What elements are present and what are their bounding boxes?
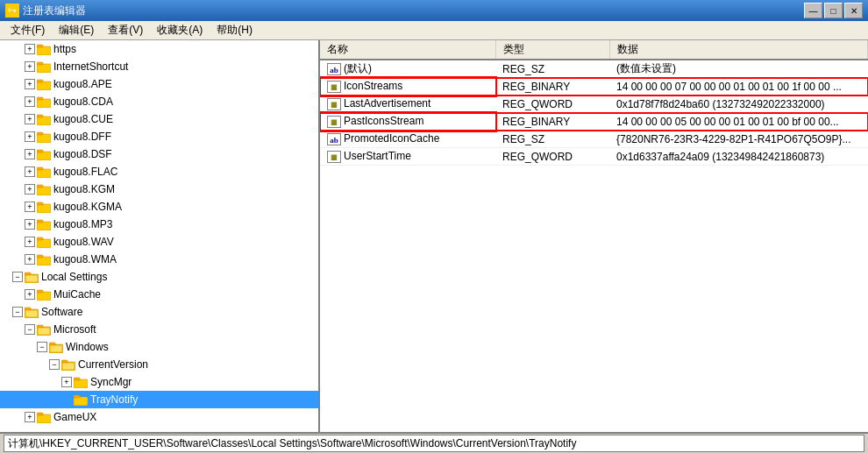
expand-btn-kugou8dff[interactable]: + [25, 131, 35, 142]
menu-item-帮助(H)[interactable]: 帮助(H) [210, 21, 260, 39]
tree-item-gameux[interactable]: + GameUX [0, 408, 318, 426]
expand-btn-localsettings[interactable]: − [12, 272, 23, 282]
tree-item-kugou8kgma[interactable]: + kugou8.KGMA [0, 198, 318, 216]
tree-item-kugou8cda[interactable]: + kugou8.CDA [0, 93, 318, 110]
tree-item-kugou8dff[interactable]: + kugou8.DFF [0, 128, 318, 145]
folder-icon-kugou8dsf [37, 148, 51, 160]
tree-item-traynotify[interactable]: TrayNotify [0, 391, 318, 408]
app-title: 注册表编辑器 [23, 4, 804, 18]
tree-item-kugou8flac[interactable]: + kugou8.FLAC [0, 163, 318, 180]
maximize-button[interactable]: □ [824, 3, 843, 18]
cell-type-promotediconcache: REG_SZ [495, 131, 609, 148]
folder-icon-windows [49, 341, 63, 353]
tree-item-internetshortcut[interactable]: + InternetShortcut [0, 58, 318, 75]
right-scroll[interactable]: 名称 类型 数据 ab(默认)REG_SZ(数值未设置)▦IconStreams… [320, 40, 868, 432]
tree-item-software[interactable]: − Software [0, 303, 318, 321]
folder-icon-traynotify [74, 393, 88, 406]
svg-rect-25 [37, 255, 43, 258]
cell-type-lastadvertisement: REG_QWORD [495, 96, 609, 113]
tree-item-kugou8dsf[interactable]: + kugou8.DSF [0, 145, 318, 163]
expand-btn-muicache[interactable]: + [25, 289, 35, 300]
tree-label-kugou8mp3: kugou8.MP3 [53, 218, 112, 230]
cell-name-default: ab(默认) [320, 60, 495, 78]
expand-btn-kugou8cda[interactable]: + [25, 96, 35, 107]
status-path: 计算机\HKEY_CURRENT_USER\Software\Classes\L… [4, 435, 864, 452]
tree-label-kugou8ape: kugou8.APE [53, 78, 112, 90]
menu-item-查看(V)[interactable]: 查看(V) [101, 21, 150, 39]
folder-icon-kugou8cda [37, 96, 51, 108]
tree-item-kugou8wma[interactable]: + kugou8.WMA [0, 251, 318, 268]
expand-btn-gameux[interactable]: + [25, 412, 35, 422]
registry-row-iconstreams[interactable]: ▦IconStreamsREG_BINARY14 00 00 00 07 00 … [320, 78, 868, 96]
tree-item-windows[interactable]: − Windows [0, 338, 318, 356]
svg-rect-13 [37, 150, 43, 152]
expand-btn-https[interactable]: + [25, 44, 35, 54]
registry-row-promotediconcache[interactable]: abPromotedIconCacheREG_SZ{7820NR76-23R3-… [320, 131, 868, 148]
app-icon: 🗝 [5, 4, 19, 18]
cell-data-promotediconcache: {7820NR76-23R3-4229-82P1-R41PO67Q5O9P}..… [609, 131, 868, 148]
expand-btn-kugou8ape[interactable]: + [25, 79, 35, 89]
expand-btn-internetshortcut[interactable]: + [25, 61, 35, 72]
svg-rect-18 [37, 204, 51, 213]
col-type: 类型 [495, 40, 609, 60]
expand-btn-windows[interactable]: − [37, 342, 47, 352]
registry-row-lastadvertisement[interactable]: ▦LastAdvertisementREG_QWORD0x1d78f7f8d24… [320, 96, 868, 113]
expand-btn-microsoft[interactable]: − [25, 324, 35, 335]
expand-btn-kugou8mp3[interactable]: + [25, 219, 35, 230]
tree-item-kugou8kgm[interactable]: + kugou8.KGM [0, 180, 318, 198]
tree-label-traynotify: TrayNotify [90, 393, 138, 406]
minimize-button[interactable]: — [804, 3, 822, 18]
cell-name-lastadvertisement: ▦LastAdvertisement [320, 96, 495, 113]
svg-rect-24 [37, 257, 51, 265]
tree-scroll[interactable]: + https+ InternetShortcut+ kugou8.APE+ k… [0, 40, 318, 432]
svg-rect-30 [37, 290, 43, 293]
registry-row-userstarttime[interactable]: ▦UserStartTimeREG_QWORD0x1d6337affa24a09… [320, 148, 868, 166]
svg-rect-1 [37, 45, 43, 47]
tree-item-syncmgr[interactable]: + SyncMgr [0, 373, 318, 391]
menu-item-收藏夹(A)[interactable]: 收藏夹(A) [150, 21, 210, 39]
tree-item-kugou8wav[interactable]: + kugou8.WAV [0, 233, 318, 251]
tree-label-syncmgr: SyncMgr [90, 376, 132, 388]
expand-btn-kugou8kgma[interactable]: + [25, 202, 35, 212]
registry-row-pasticonsstream[interactable]: ▦PastIconsStreamREG_BINARY14 00 00 00 05… [320, 113, 868, 131]
menu-bar: 文件(F)编辑(E)查看(V)收藏夹(A)帮助(H) [0, 21, 868, 40]
tree-item-currentversion[interactable]: − CurrentVersion [0, 356, 318, 373]
expand-btn-kugou8kgm[interactable]: + [25, 184, 35, 195]
expand-btn-software[interactable]: − [12, 307, 23, 317]
tree-item-microsoft[interactable]: − Microsoft [0, 321, 318, 338]
close-button[interactable]: ✕ [844, 3, 863, 18]
svg-rect-17 [37, 185, 43, 188]
svg-rect-6 [37, 99, 51, 108]
registry-row-default[interactable]: ab(默认)REG_SZ(数值未设置) [320, 60, 868, 78]
svg-rect-15 [37, 167, 43, 170]
expand-btn-kugou8flac[interactable]: + [25, 166, 35, 177]
expand-btn-kugou8dsf[interactable]: + [25, 149, 35, 159]
tree-item-kugou8cue[interactable]: + kugou8.CUE [0, 110, 318, 128]
status-bar: 计算机\HKEY_CURRENT_USER\Software\Classes\L… [0, 432, 868, 453]
folder-icon-kugou8kgma [37, 201, 51, 213]
cell-type-iconstreams: REG_BINARY [495, 78, 609, 96]
tree-item-kugou8ape[interactable]: + kugou8.APE [0, 75, 318, 93]
svg-rect-10 [37, 134, 51, 143]
expand-btn-kugou8wma[interactable]: + [25, 254, 35, 265]
tree-item-muicache[interactable]: + MuiCache [0, 286, 318, 303]
svg-rect-4 [37, 81, 51, 90]
tree-label-kugou8kgm: kugou8.KGM [53, 183, 115, 195]
expand-btn-kugou8wav[interactable]: + [25, 237, 35, 247]
menu-item-编辑(E)[interactable]: 编辑(E) [52, 21, 101, 39]
tree-item-kugou8mp3[interactable]: + kugou8.MP3 [0, 216, 318, 233]
expand-btn-kugou8cue[interactable]: + [25, 114, 35, 124]
cell-data-pasticonsstream: 14 00 00 00 05 00 00 00 01 00 01 00 bf 0… [609, 113, 868, 131]
right-panel: 名称 类型 数据 ab(默认)REG_SZ(数值未设置)▦IconStreams… [320, 40, 868, 432]
tree-label-kugou8dff: kugou8.DFF [53, 131, 111, 143]
expand-btn-currentversion[interactable]: − [49, 359, 60, 370]
tree-item-localsettings[interactable]: − Local Settings [0, 268, 318, 286]
expand-btn-syncmgr[interactable]: + [61, 377, 72, 387]
tree-label-kugou8kgma: kugou8.KGMA [53, 201, 122, 213]
menu-item-文件(F)[interactable]: 文件(F) [4, 21, 52, 39]
folder-icon-kugou8flac [37, 166, 51, 178]
svg-rect-38 [49, 343, 55, 345]
tree-item-https[interactable]: + https [0, 40, 318, 58]
tree-panel: + https+ InternetShortcut+ kugou8.APE+ k… [0, 40, 320, 432]
col-name: 名称 [320, 40, 495, 60]
